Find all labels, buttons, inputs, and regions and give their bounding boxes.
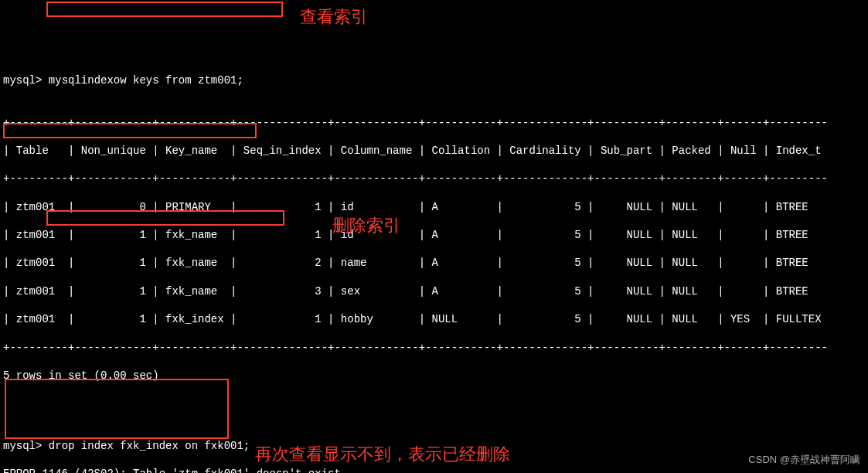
table1-row: | ztm001 | 0 | PRIMARY | 1 | id | A | 5 … bbox=[3, 200, 865, 214]
table1-row: | ztm001 | 1 | fxk_name | 2 | name | A |… bbox=[3, 256, 865, 270]
cmd1-text[interactable]: mysqlindexow keys from ztm001; bbox=[49, 74, 243, 87]
annotation-view-index: 查看索引 bbox=[300, 6, 368, 29]
table1-row: | ztm001 | 1 | fxk_index | 1 | hobby | N… bbox=[3, 312, 865, 326]
table1-row: | ztm001 | 1 | fxk_name | 1 | id | A | 5… bbox=[3, 228, 865, 242]
rows1-msg: 5 rows in set (0.00 sec) bbox=[3, 369, 865, 383]
mysql-prompt: mysql> bbox=[3, 74, 42, 87]
csdn-watermark: CSDN @赤壁战神曹阿瞒 bbox=[748, 454, 860, 467]
redbox-cmd1 bbox=[46, 2, 283, 17]
table1-row: | ztm001 | 1 | fxk_name | 3 | sex | A | … bbox=[3, 284, 865, 298]
table1-border-top: +---------+------------+-----------+----… bbox=[3, 116, 865, 130]
table1-border-mid: +---------+------------+-----------+----… bbox=[3, 172, 865, 185]
cmd-line-1: mysql> mysqlindexow keys from ztm001; bbox=[3, 73, 865, 87]
table1-border-bot: +---------+------------+-----------+----… bbox=[3, 341, 865, 355]
table1-header: | Table | Non_unique | Key_name | Seq_in… bbox=[3, 144, 865, 158]
err2a: ERROR 1146 (42S02): Table 'ztm.fxk001' d… bbox=[3, 467, 865, 473]
blank bbox=[3, 396, 865, 410]
cmd-line-2a: mysql> drop index fxk_index on fxk001; bbox=[3, 439, 865, 453]
cmd2a-text[interactable]: drop index fxk_index on fxk001; bbox=[49, 440, 250, 452]
